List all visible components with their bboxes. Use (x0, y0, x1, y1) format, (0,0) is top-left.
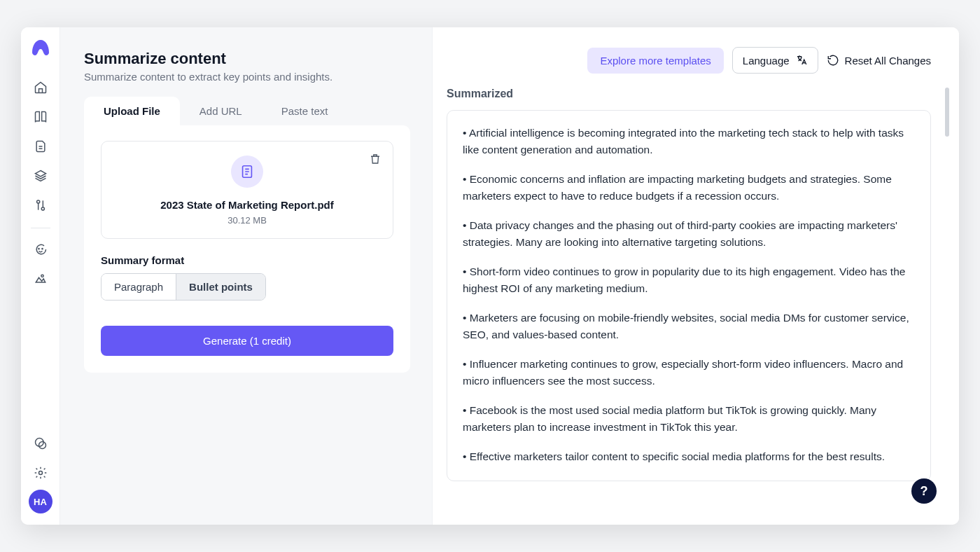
language-button[interactable]: Language (732, 47, 818, 74)
reset-all-button[interactable]: Reset All Changes (827, 54, 931, 67)
format-bullets-option[interactable]: Bullet points (176, 274, 265, 300)
file-size: 30.12 MB (114, 215, 380, 226)
svg-point-5 (35, 439, 43, 447)
nav-image-icon[interactable] (28, 266, 53, 291)
nav-layers-icon[interactable] (28, 163, 53, 188)
svg-point-0 (36, 200, 39, 203)
tab-add-url[interactable]: Add URL (180, 97, 262, 125)
output-panel: Explore more templates Language Reset Al… (433, 27, 959, 525)
summary-bullet: • Data privacy changes and the phasing o… (463, 217, 915, 251)
config-panel: Summarize content Summarize content to e… (60, 27, 433, 525)
file-name: 2023 State of Marketing Report.pdf (114, 199, 380, 211)
reset-label: Reset All Changes (845, 55, 931, 67)
generate-button[interactable]: Generate (1 credit) (101, 326, 393, 356)
sidebar-divider (31, 228, 50, 228)
uploaded-file-card: 2023 State of Marketing Report.pdf 30.12… (101, 141, 393, 239)
summary-bullet: • Facebook is the most used social media… (463, 402, 915, 436)
output-title: Summarized (447, 88, 931, 100)
help-fab[interactable]: ? (911, 478, 937, 504)
summary-format-label: Summary format (101, 254, 393, 266)
format-paragraph-option[interactable]: Paragraph (102, 274, 176, 300)
avatar[interactable]: HA (29, 490, 52, 513)
summary-bullet: • Short-form video continues to grow in … (463, 263, 915, 297)
summary-bullet: • Artificial intelligence is becoming in… (463, 125, 915, 158)
sidebar: HA (21, 27, 60, 525)
summary-output[interactable]: • Artificial intelligence is becoming in… (447, 110, 931, 481)
output-scrollbar[interactable] (945, 88, 949, 137)
topbar: Explore more templates Language Reset Al… (433, 27, 959, 88)
file-icon (231, 156, 263, 188)
tab-upload-file[interactable]: Upload File (84, 97, 180, 125)
svg-point-3 (41, 249, 42, 249)
page-subtitle: Summarize content to extract key points … (84, 71, 411, 83)
svg-point-7 (38, 471, 42, 475)
explore-templates-button[interactable]: Explore more templates (587, 48, 723, 74)
language-label: Language (743, 55, 790, 67)
nav-usage-icon[interactable] (28, 431, 53, 456)
summary-bullet: • Influencer marketing continues to grow… (463, 356, 915, 389)
app-logo[interactable] (31, 40, 50, 58)
config-card: 2023 State of Marketing Report.pdf 30.12… (84, 125, 410, 373)
nav-settings-icon[interactable] (28, 460, 53, 485)
page-title: Summarize content (84, 50, 411, 68)
summary-format-segmented: Paragraph Bullet points (101, 273, 266, 301)
input-tabs: Upload File Add URL Paste text (84, 97, 411, 125)
nav-document-icon[interactable] (28, 134, 53, 159)
nav-chat-icon[interactable] (28, 237, 53, 262)
translate-icon (795, 54, 808, 67)
summary-bullet: • Economic concerns and inflation are im… (463, 171, 915, 205)
summary-bullet: • Marketers are focusing on mobile-frien… (463, 310, 915, 343)
svg-point-4 (41, 275, 43, 277)
tab-paste-text[interactable]: Paste text (262, 97, 348, 125)
nav-compare-icon[interactable] (28, 193, 53, 218)
reset-icon (827, 54, 839, 67)
nav-library-icon[interactable] (28, 104, 53, 130)
svg-point-2 (38, 249, 38, 249)
svg-point-1 (41, 207, 44, 210)
nav-home-icon[interactable] (28, 75, 53, 100)
delete-file-icon[interactable] (369, 153, 382, 168)
summary-bullet: • Effective marketers tailor content to … (463, 448, 915, 465)
